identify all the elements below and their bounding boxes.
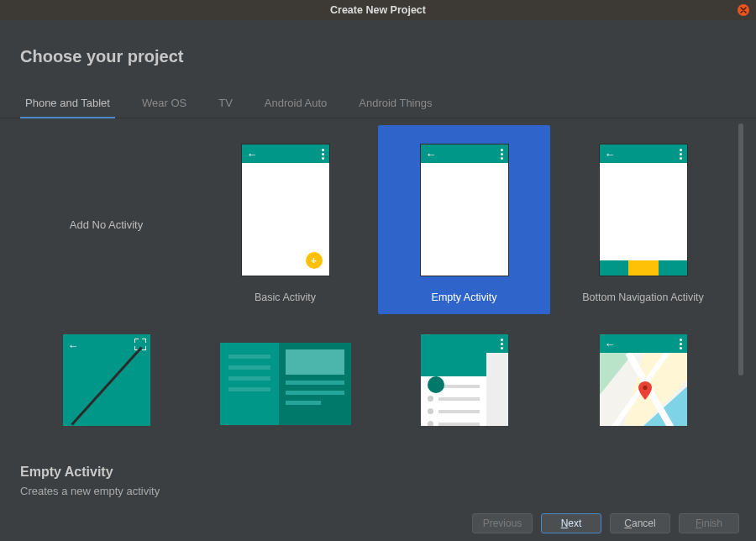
nav-drawer-thumb	[421, 334, 508, 426]
template-basic-activity[interactable]: + Basic Activity	[199, 125, 371, 314]
titlebar: Create New Project	[0, 0, 756, 20]
overflow-menu-icon	[680, 339, 682, 349]
device-tabs: Phone and Tablet Wear OS TV Android Auto…	[0, 97, 756, 118]
template-master-detail[interactable]	[199, 324, 371, 426]
overflow-menu-icon	[680, 149, 682, 160]
basic-activity-thumb: +	[242, 135, 329, 285]
empty-activity-label: Empty Activity	[378, 285, 550, 310]
fab-icon: +	[306, 252, 323, 269]
tab-android-things[interactable]: Android Things	[354, 97, 437, 118]
empty-activity-thumb	[421, 135, 508, 285]
scrollbar-thumb[interactable]	[738, 123, 743, 376]
tab-wear-os[interactable]: Wear OS	[137, 97, 192, 118]
avatar-icon	[428, 376, 444, 393]
overflow-menu-icon	[501, 149, 503, 160]
template-nav-drawer[interactable]	[378, 324, 550, 426]
bottom-nav-thumb	[600, 135, 687, 285]
bottom-nav-bar-icon	[600, 260, 687, 276]
previous-button: Previous	[472, 513, 533, 533]
template-bottom-nav-activity[interactable]: Bottom Navigation Activity	[557, 125, 729, 314]
back-arrow-icon	[426, 146, 437, 161]
content-area: Choose your project Phone and Tablet Wea…	[0, 20, 756, 541]
overflow-menu-icon	[322, 149, 324, 160]
bottom-nav-label: Bottom Navigation Activity	[557, 285, 729, 310]
back-arrow-icon	[605, 146, 616, 161]
master-detail-thumb	[220, 334, 351, 426]
vertical-scrollbar[interactable]	[738, 123, 744, 426]
map-pin-icon	[638, 381, 652, 400]
selection-info: Empty Activity Creates a new empty activ…	[20, 465, 736, 497]
template-maps-activity[interactable]	[557, 324, 729, 426]
maps-thumb	[600, 334, 687, 426]
fullscreen-thumb	[63, 334, 150, 426]
template-grid-container: Add No Activity + Basic Activity	[20, 118, 744, 426]
template-empty-activity[interactable]: Empty Activity	[378, 125, 550, 314]
svg-point-6	[643, 386, 647, 390]
tab-tv[interactable]: TV	[213, 97, 238, 118]
basic-activity-label: Basic Activity	[199, 285, 371, 310]
cancel-button[interactable]: Cancel	[610, 513, 670, 533]
close-icon[interactable]	[738, 4, 749, 16]
next-button[interactable]: Next	[541, 513, 601, 533]
finish-button: Finish	[679, 513, 739, 533]
template-grid: Add No Activity + Basic Activity	[20, 118, 744, 426]
diagonal-line-icon	[63, 334, 150, 426]
no-activity-thumb: Add No Activity	[70, 135, 143, 314]
page-heading: Choose your project	[0, 20, 756, 66]
back-arrow-icon	[605, 336, 616, 351]
selection-description: Creates a new empty activity	[20, 485, 736, 497]
selection-title: Empty Activity	[20, 465, 736, 480]
template-no-activity[interactable]: Add No Activity	[20, 125, 192, 314]
wizard-button-bar: Previous Next Cancel Finish	[0, 506, 756, 541]
tab-phone-tablet[interactable]: Phone and Tablet	[20, 97, 115, 118]
template-fullscreen-activity[interactable]	[20, 324, 192, 426]
window-title: Create New Project	[330, 4, 426, 16]
overflow-menu-icon	[501, 339, 503, 349]
back-arrow-icon	[247, 146, 258, 161]
tab-android-auto[interactable]: Android Auto	[260, 97, 332, 118]
no-activity-label: Add No Activity	[70, 218, 143, 231]
